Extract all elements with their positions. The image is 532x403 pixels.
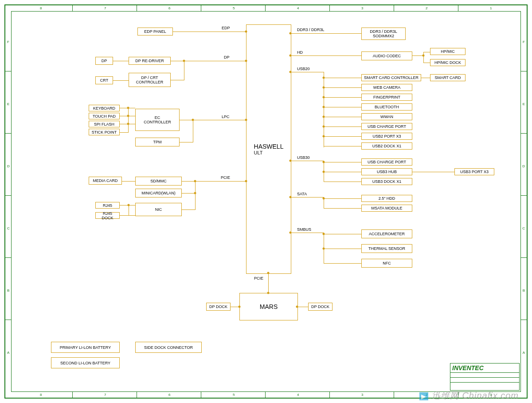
label-smbus: SMBUS	[297, 227, 311, 232]
wire	[195, 181, 196, 210]
label-lpc: LPC	[222, 115, 230, 119]
cpu-sub: ULT	[254, 150, 284, 155]
wire-pcie	[182, 181, 246, 182]
dot	[194, 180, 196, 182]
tick-top	[72, 5, 73, 11]
watermark-badge-icon: ▶	[419, 392, 428, 400]
cpu-title: HASWELL	[254, 143, 284, 150]
usb3-port-x3: USB3 PORT X3	[454, 168, 494, 175]
dot	[323, 171, 325, 173]
primary-battery: PRIMARY LI-LON BATTERY	[51, 342, 120, 353]
title-row	[450, 378, 519, 383]
tick-r	[521, 320, 527, 320]
dot	[296, 306, 298, 308]
spiflash: SPI FLASH	[89, 121, 120, 127]
ruler-r-F: F	[523, 40, 525, 44]
dot	[192, 119, 194, 121]
dot	[127, 123, 129, 125]
ruler-r-C: C	[522, 226, 525, 230]
tpm: TPM	[135, 138, 180, 146]
title-block: INVENTEC	[450, 363, 520, 391]
dot	[323, 198, 325, 200]
wire	[120, 215, 135, 216]
stickpoint: STICK POINT	[89, 129, 120, 135]
ruler-l-E: E	[7, 102, 9, 106]
dot	[289, 160, 292, 162]
sdmmc: SD/MMC	[135, 177, 182, 186]
usb2-port-x3: USB2 PORT X3	[361, 133, 412, 140]
ruler-top-3: 3	[361, 6, 363, 10]
dot	[323, 161, 325, 163]
label-dp: DP	[224, 55, 230, 59]
wire	[423, 52, 430, 52]
dot	[289, 32, 292, 35]
wire	[182, 193, 195, 194]
bluetooth: BLUETOOTH	[361, 103, 412, 111]
label-sata: SATA	[297, 192, 307, 196]
dot	[289, 71, 292, 73]
tick-bot	[137, 392, 137, 398]
wire	[324, 97, 361, 98]
tick-top	[137, 5, 137, 11]
dot	[127, 115, 129, 117]
ruler-bot-4: 4	[297, 393, 299, 397]
wire	[324, 107, 361, 107]
wire	[290, 161, 324, 161]
wire	[122, 181, 135, 182]
wire	[324, 172, 361, 172]
dot	[239, 306, 241, 308]
tick-r	[521, 257, 527, 258]
ruler-r-A: A	[523, 351, 525, 355]
dot	[289, 55, 292, 57]
edp-panel: EDP PANEL	[137, 28, 173, 36]
mars-title: MARS	[260, 303, 278, 310]
ruler-top-8: 8	[40, 6, 42, 10]
tick-l	[5, 71, 11, 71]
rj45: RJ45	[95, 202, 120, 209]
nfc: NFC	[361, 259, 412, 268]
smart-card: SMART CARD	[430, 74, 466, 81]
ruler-r-B: B	[523, 288, 525, 292]
wire	[290, 197, 324, 198]
dot	[245, 180, 247, 182]
tick-bot	[329, 392, 330, 398]
wire	[421, 78, 430, 78]
ruler-top-2: 2	[426, 6, 427, 10]
label-hd: HD	[297, 50, 303, 55]
hp-mic-dock: HP/MIC DOCK	[430, 59, 466, 66]
ruler-l-B: B	[7, 288, 9, 292]
tick-r	[521, 133, 527, 134]
dot	[289, 232, 292, 234]
watermark: ▶ 迅维网 Chinafix.com	[419, 390, 519, 402]
second-battery: SECOND LI-LON BATTERY	[51, 357, 120, 368]
media-card: MEDIA CARD	[89, 177, 122, 185]
tick-l	[5, 195, 11, 196]
wire	[128, 108, 129, 132]
ruler-bot-7: 7	[104, 393, 106, 397]
ruler-top-6: 6	[168, 6, 170, 10]
nic: NIC	[135, 203, 182, 216]
wire	[324, 198, 361, 199]
web-camera: WEB CAMERA	[361, 84, 412, 91]
wire	[324, 78, 361, 78]
tick-top	[458, 5, 458, 11]
dot	[267, 272, 270, 274]
dot	[194, 192, 196, 194]
wwan: WWAN	[361, 113, 412, 120]
ruler-r-E: E	[523, 102, 525, 106]
wire	[412, 55, 423, 56]
dp-redriver: DP RE-DRIVER	[129, 57, 171, 65]
usb2-dock-x1: USB2 DOCK X1	[361, 142, 412, 150]
wire	[324, 87, 361, 88]
usb-charge-port-1: USB CHARGE PORT	[361, 123, 412, 130]
ruler-top-5: 5	[233, 6, 235, 10]
wire	[129, 205, 129, 215]
title-row	[450, 383, 519, 387]
wire-lpc	[180, 120, 246, 120]
wire	[324, 234, 361, 234]
ruler-l-F: F	[7, 40, 9, 44]
label-ddr: DDR3 / DDR3L	[297, 28, 325, 32]
watermark-site: Chinafix.com	[462, 391, 519, 400]
tick-l	[5, 320, 11, 320]
wire	[423, 52, 424, 63]
